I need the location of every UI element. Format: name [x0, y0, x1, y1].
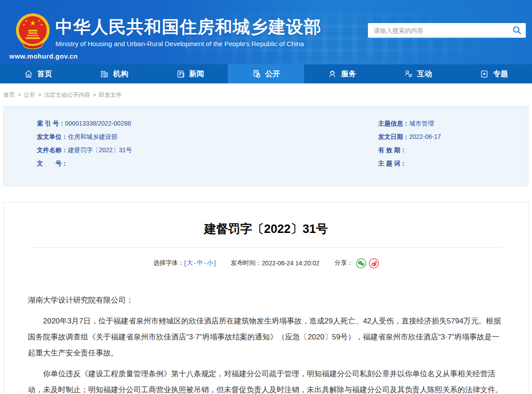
- meta-row-file-name: 文件名称：建督罚字〔2022〕31号: [37, 143, 378, 157]
- nav-item-label: 机构: [113, 69, 128, 79]
- breadcrumb-home[interactable]: 首页: [4, 91, 15, 98]
- interaction-icon: [404, 69, 413, 79]
- meta-row-issue-date: 发文日期：2022-06-17: [378, 130, 528, 143]
- nav-item-disclosure[interactable]: 公开: [228, 64, 304, 83]
- article-salutation: 湖南大学设计研究院有限公司：: [28, 292, 504, 308]
- site-header: ★ ★ ★ ★ ★ 中华人民共和国住房和城乡建设部 Ministry of Ho…: [0, 0, 532, 64]
- publish-time-label: 发布时间：: [231, 259, 262, 267]
- national-emblem-icon: ★ ★ ★ ★ ★: [15, 12, 51, 51]
- service-icon: [328, 69, 337, 79]
- nav-item-interaction[interactable]: 互动: [380, 64, 456, 83]
- meta-value: 建督罚字〔2022〕31号: [68, 146, 132, 154]
- nav-item-label: 服务: [341, 69, 356, 79]
- nav-item-service[interactable]: 服务: [304, 64, 380, 83]
- meta-label: 发文单位：: [37, 133, 68, 140]
- meta-label: 文件名称：: [37, 146, 68, 154]
- font-picker-bracket: ]: [214, 260, 216, 267]
- article-container: 建督罚字〔2022〕31号 选择字体：[ 大 - 中 - 小 ] 发布时间： 2…: [4, 202, 528, 394]
- meta-row-doc-number: 文 号：: [37, 157, 378, 170]
- meta-value: 000013338/2022-00288: [65, 120, 131, 127]
- meta-label: 主题信息：: [378, 120, 409, 127]
- font-size-large[interactable]: 大: [187, 259, 193, 267]
- search-icon: [512, 25, 522, 35]
- font-picker-label: 选择字体：: [153, 259, 184, 267]
- site-url: www.mohurd.gov.cn: [9, 52, 78, 60]
- meta-row-keywords: 主 题 词：: [378, 157, 528, 170]
- nav-item-label: 专题: [493, 69, 508, 79]
- news-icon: [176, 69, 185, 79]
- meta-row-validity: 有 效 期：: [378, 143, 528, 157]
- breadcrumb-disclosure[interactable]: 公开: [24, 91, 35, 98]
- meta-value: 城市管理: [409, 120, 434, 127]
- meta-value: 住房和城乡建设部: [68, 133, 117, 140]
- wechat-share-icon: [356, 258, 366, 268]
- font-picker-bracket: [: [184, 260, 186, 267]
- font-size-medium[interactable]: 中: [197, 259, 203, 267]
- article-title: 建督罚字〔2022〕31号: [4, 221, 528, 237]
- article-paragraph: 2020年3月7日，位于福建省泉州市鲤城区的欣佳酒店所在建筑物发生坍塌事故，造成…: [28, 313, 504, 361]
- font-picker-separator: -: [194, 260, 196, 267]
- font-size-small[interactable]: 小: [207, 259, 213, 267]
- nav-item-label: 互动: [417, 69, 432, 79]
- svg-text:★: ★: [30, 19, 35, 27]
- meta-label: 文 号：: [37, 160, 68, 167]
- search-button[interactable]: [512, 25, 522, 36]
- breadcrumb-statutory-content[interactable]: 法定主动公开内容: [44, 91, 90, 98]
- meta-label: 有 效 期：: [378, 146, 407, 154]
- breadcrumb-separator: >: [38, 91, 42, 98]
- publish-time-value: 2022-06-24 14:20:02: [262, 260, 320, 267]
- special-topic-icon: [480, 69, 489, 79]
- nav-item-home[interactable]: 首页: [0, 64, 76, 83]
- article-paragraph: 你单位违反《建设工程质量管理条例》第十八条规定，对福建分公司疏于管理，明知福建分…: [28, 366, 504, 394]
- disclosure-icon: [252, 69, 261, 79]
- meta-value: 2022-06-17: [409, 133, 441, 140]
- meta-column-left: 索 引 号：000013338/2022-00288 发文单位：住房和城乡建设部…: [4, 117, 378, 186]
- organization-icon: [100, 69, 109, 79]
- breadcrumb-separator: >: [18, 91, 21, 98]
- svg-text:★: ★: [40, 23, 43, 27]
- search-box: [368, 23, 526, 38]
- site-subtitle: Ministry of Housing and Urban-Rural Deve…: [55, 40, 321, 47]
- weibo-share-icon: [369, 258, 379, 268]
- search-input[interactable]: [368, 23, 526, 38]
- share-label: 分享：: [335, 259, 353, 267]
- breadcrumb-current: 部发文件: [99, 91, 122, 98]
- nav-item-special-topics[interactable]: 专题: [456, 64, 532, 83]
- article-body: 湖南大学设计研究院有限公司： 2020年3月7日，位于福建省泉州市鲤城区的欣佳酒…: [28, 292, 504, 394]
- article-meta-bar: 选择字体：[ 大 - 中 - 小 ] 发布时间： 2022-06-24 14:2…: [4, 257, 528, 269]
- nav-item-organization[interactable]: 机构: [76, 64, 152, 83]
- home-icon: [24, 69, 33, 79]
- national-emblem-logo[interactable]: ★ ★ ★ ★ ★: [15, 12, 51, 53]
- document-meta-box: 索 引 号：000013338/2022-00288 发文单位：住房和城乡建设部…: [4, 106, 528, 186]
- main-nav: 首页 机构 新闻 公开 服务 互动: [0, 64, 532, 83]
- weibo-share-button[interactable]: [369, 258, 379, 268]
- title-divider: [31, 248, 501, 248]
- font-picker-separator: -: [204, 260, 206, 267]
- wechat-share-button[interactable]: [356, 258, 366, 268]
- svg-text:★: ★: [23, 23, 25, 27]
- svg-text:★: ★: [25, 19, 28, 23]
- meta-label: 主 题 词：: [378, 160, 407, 167]
- site-title: 中华人民共和国住房和城乡建设部: [55, 17, 321, 37]
- breadcrumb: 首页>公开>法定主动公开内容>部发文件: [0, 83, 532, 106]
- font-size-picker: 选择字体：[ 大 - 中 - 小 ]: [153, 259, 215, 267]
- nav-item-label: 公开: [265, 69, 280, 79]
- svg-text:★: ★: [38, 19, 40, 23]
- breadcrumb-separator: >: [93, 91, 96, 98]
- meta-row-index-number: 索 引 号：000013338/2022-00288: [37, 117, 378, 130]
- share-group: 分享：: [335, 258, 379, 268]
- meta-row-issuing-unit: 发文单位：住房和城乡建设部: [37, 130, 378, 143]
- meta-row-topic-info: 主题信息：城市管理: [378, 117, 528, 130]
- nav-item-news[interactable]: 新闻: [152, 64, 228, 83]
- nav-item-label: 首页: [37, 69, 52, 79]
- nav-item-label: 新闻: [189, 69, 204, 79]
- meta-label: 索 引 号：: [37, 120, 65, 127]
- meta-label: 发文日期：: [378, 133, 409, 140]
- meta-column-right: 主题信息：城市管理 发文日期：2022-06-17 有 效 期： 主 题 词：: [378, 117, 528, 186]
